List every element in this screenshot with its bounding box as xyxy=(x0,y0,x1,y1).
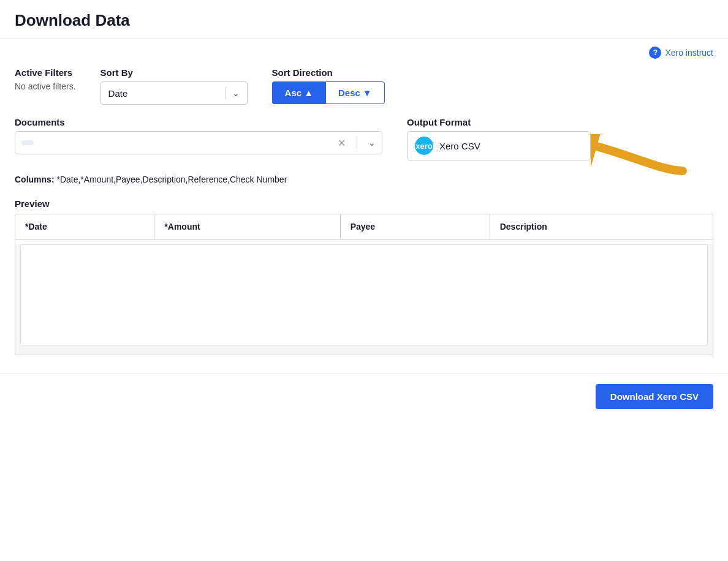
page-header: Download Data xyxy=(0,0,728,39)
documents-group: Documents ✕ ⌄ xyxy=(15,117,382,154)
sort-asc-label: Asc xyxy=(285,88,302,98)
columns-value: *Date,*Amount,Payee,Description,Referenc… xyxy=(56,175,287,184)
xero-logo-icon: xero xyxy=(415,137,433,155)
columns-label: Columns: xyxy=(15,175,55,184)
col-description: Description xyxy=(490,214,713,239)
sort-select-divider xyxy=(226,87,226,99)
documents-output-row: Documents ✕ ⌄ Output Format xero Xero CS… xyxy=(0,115,728,170)
sort-by-chevron-icon: ⌄ xyxy=(232,88,240,98)
sort-asc-icon: ▲ xyxy=(304,88,313,98)
col-payee: Payee xyxy=(340,214,490,239)
preview-table-container: *Date *Amount Payee Description xyxy=(15,214,713,355)
col-amount: *Amount xyxy=(154,214,340,239)
sort-asc-button[interactable]: Asc ▲ xyxy=(272,81,325,104)
output-format-select[interactable]: xero Xero CSV xyxy=(407,131,591,160)
columns-row: Columns: *Date,*Amount,Payee,Description… xyxy=(0,170,728,195)
filters-row: Active Filters No active filters. Sort B… xyxy=(0,61,728,115)
output-format-value: Xero CSV xyxy=(439,141,480,151)
col-date: *Date xyxy=(15,214,154,239)
help-icon: ? xyxy=(649,47,661,59)
sort-desc-button[interactable]: Desc ▼ xyxy=(325,81,385,104)
documents-pill xyxy=(21,140,34,145)
sort-by-value: Date xyxy=(108,88,128,99)
sort-direction-label: Sort Direction xyxy=(272,67,385,78)
sort-desc-label: Desc xyxy=(338,88,360,98)
sort-direction-buttons: Asc ▲ Desc ▼ xyxy=(272,81,385,104)
documents-select[interactable]: ✕ ⌄ xyxy=(15,131,382,154)
bottom-bar: Download Xero CSV xyxy=(0,374,728,419)
sort-by-select[interactable]: Date ⌄ xyxy=(100,81,248,105)
sort-direction-group: Sort Direction Asc ▲ Desc ▼ xyxy=(272,67,385,104)
xero-instructions-link[interactable]: ? Xero instruct xyxy=(649,47,713,59)
preview-header-row: *Date *Amount Payee Description xyxy=(15,214,713,239)
documents-label: Documents xyxy=(15,117,382,127)
docs-divider xyxy=(357,137,357,149)
active-filters-value: No active filters. xyxy=(15,81,76,91)
active-filters-label: Active Filters xyxy=(15,67,76,78)
preview-section: Preview *Date *Amount Payee Description xyxy=(0,195,728,361)
preview-inner-panel xyxy=(20,244,708,345)
documents-chevron-icon: ⌄ xyxy=(368,138,376,148)
output-format-label: Output Format xyxy=(407,117,591,127)
xero-instructions-label: Xero instruct xyxy=(665,48,713,58)
columns-text: Columns: *Date,*Amount,Payee,Description… xyxy=(15,175,287,184)
sort-by-label: Sort By xyxy=(100,67,248,78)
output-format-group: Output Format xero Xero CSV xyxy=(407,117,591,160)
download-xero-csv-button[interactable]: Download Xero CSV xyxy=(596,384,713,409)
sort-by-group: Sort By Date ⌄ xyxy=(100,67,248,105)
sort-desc-icon: ▼ xyxy=(363,88,372,98)
active-filters-group: Active Filters No active filters. xyxy=(15,67,76,91)
preview-table: *Date *Amount Payee Description xyxy=(15,214,713,239)
page-title: Download Data xyxy=(15,11,713,30)
clear-icon[interactable]: ✕ xyxy=(338,137,346,149)
top-bar: ? Xero instruct xyxy=(0,39,728,61)
preview-table-header: *Date *Amount Payee Description xyxy=(15,214,713,239)
preview-label: Preview xyxy=(15,198,713,209)
preview-table-body xyxy=(15,244,713,355)
